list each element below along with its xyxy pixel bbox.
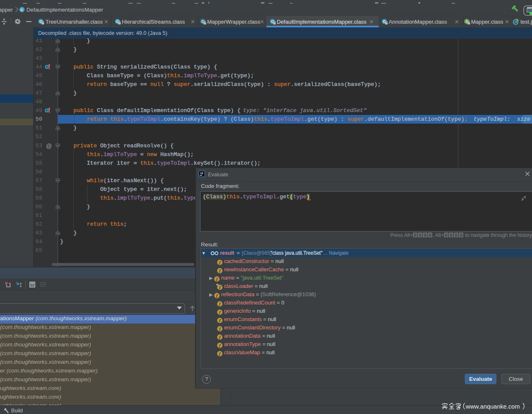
svg-text:www.anquanke.com: www.anquanke.com [465, 403, 520, 410]
svg-text:IJ: IJ [201, 171, 203, 175]
